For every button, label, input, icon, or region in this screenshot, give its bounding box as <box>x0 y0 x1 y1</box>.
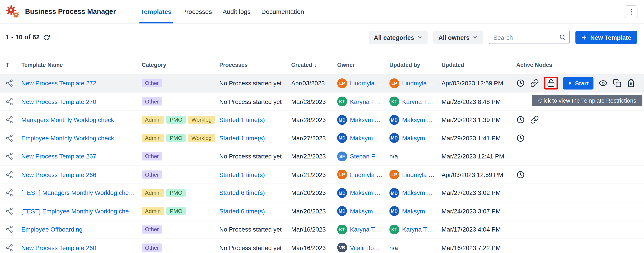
template-name-link[interactable]: New Process Template 260 <box>22 244 96 251</box>
template-name-link[interactable]: [TEST] Managers Monthly Worklog che… <box>22 189 135 196</box>
category-tag: Worklog <box>188 116 215 124</box>
updated-date: Mar/24/2023 3:07 PM <box>442 208 516 215</box>
updated-by-link[interactable]: Liudmyla … <box>402 80 434 87</box>
created-date: Mar/16/2023 <box>291 244 337 251</box>
created-date: Mar/16/2023 <box>291 226 337 233</box>
processes-link[interactable]: Started 1 time(s) <box>219 135 265 141</box>
search-input[interactable] <box>489 31 570 44</box>
processes-link[interactable]: Started 1 time(s) <box>219 171 265 178</box>
link-node-icon[interactable] <box>530 79 539 88</box>
col-header-updated-by[interactable]: Updated by <box>389 62 442 68</box>
updated-date: Apr/03/2023 12:59 PM <box>442 171 516 178</box>
category-filter-label: All categories <box>374 34 414 41</box>
updated-by-link[interactable]: Liudmyla … <box>402 171 434 178</box>
created-date: Apr/03/2023 <box>291 80 337 87</box>
owner-link[interactable]: Liudmyla … <box>350 171 382 178</box>
col-header-type: T <box>6 62 22 68</box>
updated-by-link[interactable]: Maksym … <box>402 208 433 215</box>
owner-link[interactable]: Vitalii Bo… <box>350 244 380 251</box>
updated-date: Mar/22/2023 12:41 PM <box>442 153 516 160</box>
template-name-link[interactable]: New Process Template 272 <box>22 80 96 87</box>
clock-node-icon[interactable] <box>516 79 525 88</box>
app-title: Business Process Manager <box>25 7 116 16</box>
owner-link[interactable]: Maksym … <box>350 116 381 123</box>
col-header-created[interactable]: Created ↓ <box>291 62 337 68</box>
delete-template-button[interactable] <box>627 79 636 88</box>
category-tag: Worklog <box>188 134 215 142</box>
category-tag: Admin <box>142 189 164 197</box>
processes-status: No Process started yet <box>219 98 291 105</box>
col-header-updated[interactable]: Updated <box>442 62 516 68</box>
updated-by-link[interactable]: Maksym … <box>402 189 433 196</box>
nav-tab-documentation[interactable]: Documentation <box>256 0 309 23</box>
new-template-button[interactable]: New Template <box>576 31 637 44</box>
link-node-icon[interactable] <box>530 116 539 124</box>
avatar: MD <box>389 133 399 143</box>
owner-link[interactable]: Maksym … <box>350 135 381 141</box>
processes-link[interactable]: Started 6 time(s) <box>219 208 265 215</box>
table-row: [TEST] Managers Monthly Worklog che… Adm… <box>0 184 644 202</box>
clock-node-icon[interactable] <box>516 170 525 179</box>
category-filter-dropdown[interactable]: All categories <box>369 31 428 44</box>
template-name-link[interactable]: [TEST] Employee Monthly Worklog che… <box>22 208 135 215</box>
table-row: New Process Template 266 Other Started 1… <box>0 165 644 184</box>
updated-date: Mar/27/2023 3:02 PM <box>442 189 516 196</box>
col-header-category[interactable]: Category <box>142 62 219 68</box>
updated-by-link[interactable]: Maksym … <box>402 116 433 123</box>
owner-link[interactable]: Karyna T… <box>350 226 381 233</box>
nav-tab-templates[interactable]: Templates <box>135 0 177 23</box>
template-restrictions-lock-button[interactable] <box>547 79 556 88</box>
owner-link[interactable]: Maksym … <box>350 189 381 196</box>
clock-node-icon[interactable] <box>516 116 525 124</box>
processes-link[interactable]: Started 6 time(s) <box>219 189 265 196</box>
owner-link[interactable]: Stepan F… <box>350 153 381 160</box>
col-header-processes[interactable]: Processes <box>219 62 291 68</box>
owner-link[interactable]: Karyna T… <box>350 98 381 105</box>
more-menu-button[interactable] <box>625 5 638 18</box>
template-name-link[interactable]: Employee Offboarding <box>22 226 83 233</box>
template-name-link[interactable]: New Process Template 270 <box>22 98 96 105</box>
owner-link[interactable]: Liudmyla … <box>350 80 382 87</box>
updated-by-link[interactable]: Karyna T… <box>402 98 433 105</box>
avatar: LP <box>389 78 399 88</box>
owner-link[interactable]: Maksym … <box>350 208 381 215</box>
avatar: MD <box>389 188 399 198</box>
table-row: New Process Template 267 Other No Proces… <box>0 147 644 165</box>
updated-date: Mar/28/2023 8:48 PM <box>442 98 516 105</box>
search-icon[interactable] <box>559 34 566 41</box>
category-tag: PMO <box>166 207 186 215</box>
start-process-button[interactable]: Start <box>563 77 594 89</box>
process-template-icon <box>6 226 14 233</box>
processes-link[interactable]: Started 1 time(s) <box>219 116 265 123</box>
avatar: SF <box>337 151 347 161</box>
col-header-owner[interactable]: Owner <box>337 62 389 68</box>
view-template-button[interactable] <box>599 79 608 88</box>
refresh-icon[interactable] <box>44 34 50 40</box>
template-name-link[interactable]: New Process Template 267 <box>22 153 96 160</box>
owner-filter-dropdown[interactable]: All owners <box>433 31 483 44</box>
updated-by-na: n/a <box>389 244 442 251</box>
category-tag: Other <box>142 171 162 179</box>
processes-status: No Process started yet <box>219 244 291 251</box>
avatar: MD <box>337 133 347 143</box>
nav-tab-audit-logs[interactable]: Audit logs <box>217 0 256 23</box>
updated-by-link[interactable]: Maksym … <box>402 135 433 141</box>
col-header-template-name[interactable]: Template Name <box>22 62 142 68</box>
nav-tab-processes[interactable]: Processes <box>177 0 217 23</box>
category-tag: Other <box>142 152 162 161</box>
template-name-link[interactable]: New Process Template 266 <box>22 171 96 178</box>
play-icon <box>568 81 572 85</box>
app-logo-gears-icon <box>6 4 20 19</box>
updated-by-link[interactable]: Karyna T… <box>402 226 433 233</box>
clock-node-icon[interactable] <box>516 134 525 142</box>
process-template-icon <box>6 244 14 252</box>
app-header: Business Process Manager Templates Proce… <box>0 0 644 24</box>
kebab-icon <box>628 8 635 15</box>
page: Business Process Manager Templates Proce… <box>0 0 644 253</box>
template-name-link[interactable]: Employee Monthly Worklog check <box>22 135 114 141</box>
template-name-link[interactable]: Managers Monthly Worklog check <box>22 116 114 123</box>
copy-template-button[interactable] <box>613 79 622 88</box>
created-label: Created <box>291 62 312 68</box>
avatar: KT <box>389 224 399 234</box>
created-date: Mar/20/2023 <box>291 189 337 196</box>
